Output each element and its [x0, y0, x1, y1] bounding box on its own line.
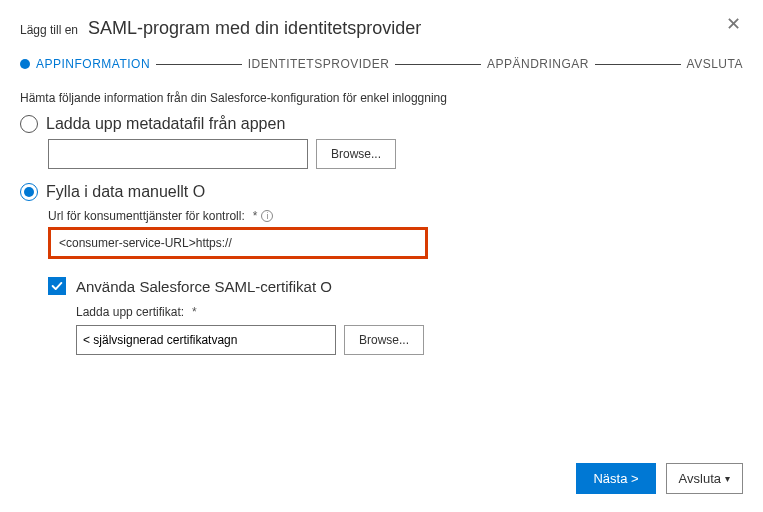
checkbox-label: Använda Salesforce SAML-certifikat O — [76, 278, 332, 295]
field-label: Url för konsumenttjänster för kontroll: … — [48, 209, 743, 223]
cancel-label: Avsluta — [679, 471, 721, 486]
checkbox-checked-icon[interactable] — [48, 277, 66, 295]
use-salesforce-cert-row[interactable]: Använda Salesforce SAML-certifikat O — [48, 277, 743, 295]
instruction-text: Hämta följande information från din Sale… — [20, 91, 743, 105]
upload-metadata-row: Browse... — [48, 139, 743, 169]
step-bullet-icon — [20, 59, 30, 69]
label-text: Url för konsumenttjänster för kontroll: — [48, 209, 245, 223]
browse-cert-button[interactable]: Browse... — [344, 325, 424, 355]
step-idp[interactable]: IDENTITETSPROVIDER — [248, 57, 390, 71]
required-indicator: * — [253, 209, 258, 223]
dialog-header: Lägg till en SAML-program med din identi… — [20, 18, 743, 39]
metadata-file-input[interactable] — [48, 139, 308, 169]
upload-cert-field: Ladda upp certifikat: * Browse... — [76, 305, 743, 355]
step-label: APPINFORMATION — [36, 57, 150, 71]
radio-icon[interactable] — [20, 115, 38, 133]
label-text: Ladda upp certifikat: — [76, 305, 184, 319]
chevron-down-icon: ▾ — [725, 473, 730, 484]
step-label: IDENTITETSPROVIDER — [248, 57, 390, 71]
dialog-footer: Nästa > Avsluta ▾ — [576, 463, 743, 494]
cancel-button[interactable]: Avsluta ▾ — [666, 463, 743, 494]
header-pretext: Lägg till en — [20, 23, 78, 37]
radio-label: Ladda upp metadatafil från appen — [46, 115, 285, 133]
step-label: APPÄNDRINGAR — [487, 57, 589, 71]
field-label: Ladda upp certifikat: * — [76, 305, 743, 319]
radio-label: Fylla i data manuellt O — [46, 183, 205, 201]
browse-metadata-button[interactable]: Browse... — [316, 139, 396, 169]
step-indicator: APPINFORMATION IDENTITETSPROVIDER APPÄND… — [20, 57, 743, 71]
step-divider — [156, 64, 242, 65]
option-upload-metadata[interactable]: Ladda upp metadatafil från appen — [20, 115, 743, 133]
consumer-url-input[interactable] — [48, 227, 428, 259]
cert-file-input[interactable] — [76, 325, 336, 355]
step-divider — [395, 64, 481, 65]
consumer-url-field: Url för konsumenttjänster för kontroll: … — [48, 209, 743, 259]
close-button[interactable]: ✕ — [720, 12, 747, 36]
radio-icon[interactable] — [20, 183, 38, 201]
step-divider — [595, 64, 681, 65]
header-title: SAML-program med din identitetsprovider — [88, 18, 421, 39]
upload-cert-row: Browse... — [76, 325, 743, 355]
step-label: AVSLUTA — [687, 57, 743, 71]
next-button[interactable]: Nästa > — [576, 463, 655, 494]
step-finish[interactable]: AVSLUTA — [687, 57, 743, 71]
step-changes[interactable]: APPÄNDRINGAR — [487, 57, 589, 71]
required-indicator: * — [192, 305, 197, 319]
info-icon[interactable]: i — [261, 210, 273, 222]
step-appinfo[interactable]: APPINFORMATION — [20, 57, 150, 71]
option-manual-entry[interactable]: Fylla i data manuellt O — [20, 183, 743, 201]
